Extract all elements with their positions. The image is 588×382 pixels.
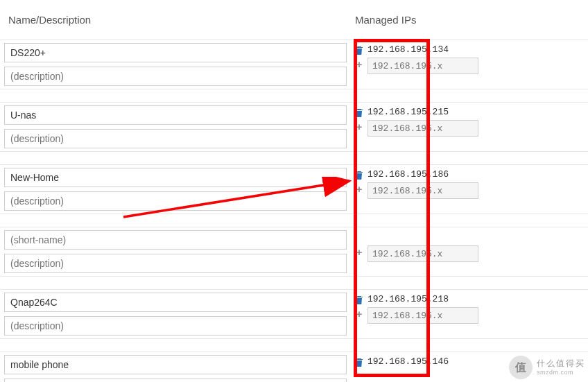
- header-managed-ips: Managed IPs: [355, 14, 416, 26]
- description-input[interactable]: [4, 191, 347, 211]
- header-name-description: Name/Description: [8, 14, 91, 26]
- trash-icon[interactable]: [355, 295, 363, 304]
- watermark-line2: smzdm.com: [537, 369, 585, 376]
- ip-address: 192.168.195.134: [368, 44, 449, 55]
- ip-add-input[interactable]: [368, 58, 478, 74]
- host-row: 192.168.195.215 +: [0, 102, 588, 152]
- plus-icon[interactable]: +: [355, 62, 363, 70]
- ip-add-input[interactable]: [368, 307, 478, 324]
- short-name-input[interactable]: [4, 230, 347, 250]
- ip-add-input[interactable]: [368, 120, 478, 137]
- ip-add-input[interactable]: [368, 245, 478, 262]
- ip-address: 192.168.195.146: [368, 356, 449, 367]
- short-name-input[interactable]: [4, 43, 347, 62]
- host-row: 192.168.195.134 +: [0, 40, 588, 89]
- trash-icon[interactable]: [355, 45, 363, 55]
- plus-icon[interactable]: +: [355, 311, 363, 320]
- description-input[interactable]: [4, 254, 347, 273]
- plus-icon[interactable]: +: [355, 124, 363, 132]
- plus-icon[interactable]: +: [355, 250, 363, 258]
- host-row: 192.168.195.146: [0, 351, 588, 382]
- ip-address: 192.168.195.218: [368, 294, 449, 304]
- watermark: 值 什么值得买 smzdm.com: [509, 356, 585, 379]
- short-name-input[interactable]: [4, 105, 347, 125]
- short-name-input[interactable]: [4, 355, 347, 374]
- ip-add-input[interactable]: [368, 182, 478, 199]
- host-row: +: [0, 227, 588, 277]
- host-row: 192.168.195.186 +: [0, 164, 588, 214]
- trash-icon[interactable]: [355, 107, 363, 117]
- description-input[interactable]: [4, 379, 347, 382]
- ip-address: 192.168.195.215: [368, 107, 449, 117]
- watermark-line1: 什么值得买: [537, 358, 585, 368]
- ip-address: 192.168.195.186: [368, 169, 449, 180]
- description-input[interactable]: [4, 316, 347, 336]
- host-row: 192.168.195.218 +: [0, 289, 588, 339]
- trash-icon[interactable]: [355, 357, 363, 367]
- watermark-badge-icon: 值: [509, 356, 533, 379]
- plus-icon[interactable]: +: [355, 186, 363, 195]
- description-input[interactable]: [4, 67, 347, 86]
- short-name-input[interactable]: [4, 168, 347, 187]
- trash-icon[interactable]: [355, 170, 363, 180]
- short-name-input[interactable]: [4, 293, 347, 312]
- description-input[interactable]: [4, 129, 347, 148]
